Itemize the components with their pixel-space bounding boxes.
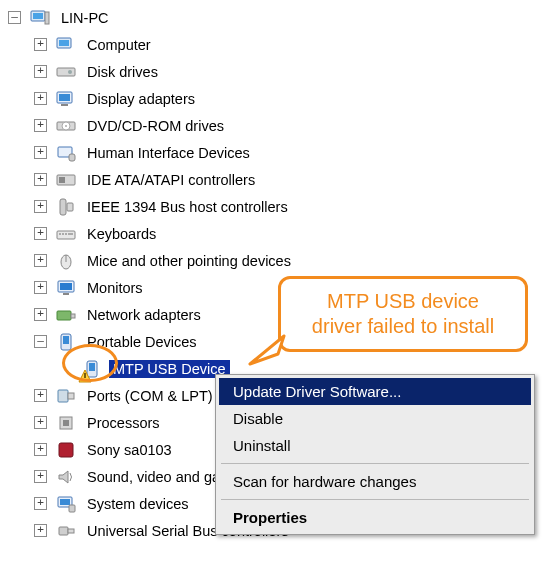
menu-item-uninstall[interactable]: Uninstall [219,432,531,459]
tree-label: Monitors [83,279,147,297]
collapse-icon[interactable]: – [34,335,47,348]
expand-icon[interactable]: + [34,92,47,105]
computer-root-icon [29,7,51,29]
svg-rect-30 [71,314,75,318]
svg-rect-47 [59,527,68,535]
svg-rect-46 [69,505,75,512]
callout-line2: driver failed to install [299,314,507,339]
tree-category-keyboards[interactable]: + Keyboards [8,220,547,247]
svg-rect-28 [63,293,69,295]
tree-label: Mice and other pointing devices [83,252,295,270]
svg-rect-17 [60,199,66,215]
svg-rect-29 [57,311,71,320]
tree-label: Portable Devices [83,333,201,351]
svg-rect-32 [63,336,69,344]
tree-category-display-adapters[interactable]: + Display adapters [8,85,547,112]
expand-icon[interactable]: + [34,524,47,537]
tree-category-hid[interactable]: + Human Interface Devices [8,139,547,166]
expand-icon[interactable]: + [34,470,47,483]
svg-rect-1 [33,13,43,19]
tree-label: Keyboards [83,225,160,243]
expand-icon[interactable]: + [34,416,47,429]
tree-label: IDE ATA/ATAPI controllers [83,171,259,189]
tree-device-label: MTP USB Device [109,360,230,378]
computer-icon [55,34,77,56]
expand-icon[interactable]: + [34,227,47,240]
tree-category-mice[interactable]: + Mice and other pointing devices [8,247,547,274]
expand-icon[interactable]: + [34,281,47,294]
svg-rect-41 [63,420,69,426]
portable-device-icon [55,331,77,353]
system-device-icon [55,493,77,515]
ide-controller-icon [55,169,77,191]
expand-icon[interactable]: + [34,146,47,159]
sony-device-icon [55,439,77,461]
svg-rect-21 [62,233,64,235]
tree-label: Network adapters [83,306,205,324]
svg-rect-36 [84,373,86,378]
expand-icon[interactable]: + [34,389,47,402]
display-adapter-icon [55,88,77,110]
portable-device-icon [81,358,103,380]
tree-label: Display adapters [83,90,199,108]
expand-icon[interactable]: + [34,65,47,78]
tree-label: Sony sa0103 [83,441,176,459]
tree-category-disk-drives[interactable]: + Disk drives [8,58,547,85]
svg-point-6 [68,70,72,74]
expand-icon[interactable]: + [34,119,47,132]
processor-icon [55,412,77,434]
disk-drive-icon [55,61,77,83]
keyboard-icon [55,223,77,245]
svg-marker-43 [59,471,68,483]
no-expander: + [60,362,73,375]
callout-line1: MTP USB device [299,289,507,314]
usb-controller-icon [55,520,77,542]
svg-rect-22 [65,233,67,235]
svg-rect-37 [84,379,86,381]
collapse-icon[interactable]: – [8,11,21,24]
tree-category-dvd[interactable]: + DVD/CD-ROM drives [8,112,547,139]
tree-root[interactable]: – LIN-PC [8,4,547,31]
monitor-icon [55,277,77,299]
svg-rect-16 [59,177,65,183]
tree-label: Computer [83,36,155,54]
expand-icon[interactable]: + [34,200,47,213]
hid-icon [55,142,77,164]
svg-rect-48 [68,529,74,533]
tree-label: Disk drives [83,63,162,81]
warning-overlay-icon [78,369,92,383]
tree-label: Ports (COM & LPT) [83,387,217,405]
svg-rect-9 [61,104,68,106]
menu-separator [221,499,529,500]
svg-rect-4 [59,40,69,46]
expand-icon[interactable]: + [34,497,47,510]
tree-label: Processors [83,414,164,432]
dvd-drive-icon [55,115,77,137]
menu-item-properties[interactable]: Properties [219,504,531,531]
tree-category-computer[interactable]: + Computer [8,31,547,58]
expand-icon[interactable]: + [34,443,47,456]
context-menu: Update Driver Software... Disable Uninst… [215,374,535,535]
menu-separator [221,463,529,464]
expand-icon[interactable]: + [34,308,47,321]
tree-category-1394[interactable]: + IEEE 1394 Bus host controllers [8,193,547,220]
menu-item-disable[interactable]: Disable [219,405,531,432]
expand-icon[interactable]: + [34,38,47,51]
svg-rect-42 [59,443,73,457]
menu-item-scan-hardware[interactable]: Scan for hardware changes [219,468,531,495]
svg-rect-38 [58,390,68,402]
expand-icon[interactable]: + [34,173,47,186]
svg-point-12 [65,125,67,127]
svg-rect-45 [60,499,70,505]
svg-rect-27 [60,283,72,290]
svg-rect-20 [59,233,61,235]
tree-category-ide[interactable]: + IDE ATA/ATAPI controllers [8,166,547,193]
tree-label: System devices [83,495,193,513]
ports-icon [55,385,77,407]
menu-item-update-driver[interactable]: Update Driver Software... [219,378,531,405]
svg-rect-23 [68,233,73,235]
expand-icon[interactable]: + [34,254,47,267]
mouse-icon [55,250,77,272]
svg-rect-2 [45,12,49,24]
tree-root-label: LIN-PC [57,9,113,27]
